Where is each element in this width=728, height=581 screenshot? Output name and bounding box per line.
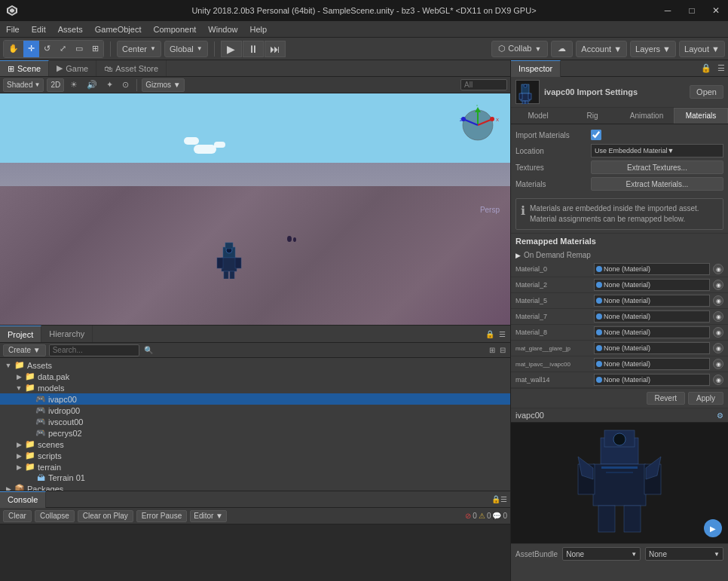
project-tab[interactable]: Project xyxy=(0,326,41,342)
material-field[interactable]: None (Material) xyxy=(594,279,710,291)
list-item[interactable]: ▼ 📁 Assets xyxy=(0,359,510,371)
inspector-tab[interactable]: Inspector xyxy=(511,60,561,77)
scene-tab[interactable]: ⊞ Scene xyxy=(0,60,49,76)
menu-assets[interactable]: Assets xyxy=(52,23,89,35)
console-lock-button[interactable]: 🔒 xyxy=(491,495,500,503)
location-dropdown[interactable]: Use Embedded Material▼ xyxy=(591,144,723,157)
list-item[interactable]: 🎮 ivapc00 xyxy=(0,393,510,405)
rig-tab[interactable]: Rig xyxy=(565,108,619,124)
project-search-input[interactable] xyxy=(49,344,139,356)
menu-window[interactable]: Window xyxy=(202,23,243,35)
project-lock-button[interactable]: 🔒 xyxy=(484,329,496,339)
list-item[interactable]: ▶ 📁 data.pak xyxy=(0,371,510,382)
fx-toggle[interactable]: ✦ xyxy=(103,78,116,92)
console-tab[interactable]: Console xyxy=(0,491,46,508)
maximize-button[interactable]: □ xyxy=(680,0,704,21)
on-demand-remap-toggle[interactable]: ▶ On Demand Remap xyxy=(511,249,728,261)
list-item[interactable]: ▶ 📦 Packages xyxy=(0,483,510,491)
scene-search-input[interactable] xyxy=(461,80,506,90)
material-pick-button[interactable]: ◉ xyxy=(713,327,723,338)
project-view-toggle-2[interactable]: ⊟ xyxy=(498,345,507,355)
lighting-toggle[interactable]: ☀ xyxy=(67,78,81,92)
material-field[interactable]: None (Material) xyxy=(594,342,710,354)
rect-tool-button[interactable]: ▭ xyxy=(71,41,87,57)
material-pick-button[interactable]: ◉ xyxy=(713,264,723,274)
open-button[interactable]: Open xyxy=(690,85,723,99)
list-item[interactable]: 🎮 ivscout00 xyxy=(0,416,510,427)
audio-toggle[interactable]: 🔊 xyxy=(84,78,100,92)
asset-bundle-dropdown[interactable]: None ▼ xyxy=(562,547,641,561)
2d-button[interactable]: 2D xyxy=(47,78,64,92)
global-dropdown[interactable]: Global ▼ xyxy=(164,41,208,57)
menu-edit[interactable]: Edit xyxy=(26,23,52,35)
material-pick-button[interactable]: ◉ xyxy=(713,359,723,369)
asset-bundle-variant-dropdown[interactable]: None ▼ xyxy=(645,547,723,561)
material-pick-button[interactable]: ◉ xyxy=(713,375,723,385)
menu-gameobject[interactable]: GameObject xyxy=(89,23,148,35)
center-dropdown[interactable]: Center ▼ xyxy=(117,41,161,57)
list-item[interactable]: 🏔 Terrain 01 xyxy=(0,472,510,483)
shaded-dropdown[interactable]: Shaded ▼ xyxy=(3,78,44,92)
create-button[interactable]: Create ▼ xyxy=(3,344,46,356)
gizmos-dropdown[interactable]: Gizmos ▼ xyxy=(142,78,185,92)
asset-store-tab[interactable]: 🛍 Asset Store xyxy=(96,60,167,76)
extract-materials-button[interactable]: Extract Materials... xyxy=(591,177,723,191)
import-materials-checkbox[interactable] xyxy=(591,130,601,140)
preview-play-button[interactable]: ▶ xyxy=(704,519,722,537)
transform-tool-button[interactable]: ⊞ xyxy=(87,41,103,57)
play-button[interactable]: ▶ xyxy=(221,41,242,57)
hand-tool-button[interactable]: ✋ xyxy=(4,41,23,57)
step-button[interactable]: ⏭ xyxy=(265,41,286,57)
material-pick-button[interactable]: ◉ xyxy=(713,343,723,353)
list-item[interactable]: ▼ 📁 models xyxy=(0,382,510,393)
material-field[interactable]: None (Material) xyxy=(594,310,710,323)
material-field[interactable]: None (Material) xyxy=(594,295,710,307)
list-item[interactable]: ▶ 📁 terrain xyxy=(0,461,510,472)
clear-button[interactable]: Clear xyxy=(3,510,32,522)
apply-button[interactable]: Apply xyxy=(688,392,723,405)
hierarchy-tab[interactable]: Hierarchy xyxy=(41,326,93,342)
minimize-button[interactable]: ─ xyxy=(656,0,680,21)
console-menu-button[interactable]: ☰ xyxy=(500,495,507,503)
cloud-button[interactable]: ☁ xyxy=(551,41,573,57)
list-item[interactable]: ▶ 📁 scenes xyxy=(0,439,510,450)
inspector-lock-button[interactable]: 🔒 xyxy=(698,62,714,75)
move-tool-button[interactable]: ✛ xyxy=(23,41,39,57)
materials-tab[interactable]: Materials xyxy=(674,108,728,124)
material-pick-button[interactable]: ◉ xyxy=(713,311,723,322)
scale-tool-button[interactable]: ⤢ xyxy=(55,41,71,57)
project-view-toggle-1[interactable]: ⊞ xyxy=(488,345,497,355)
rotate-tool-button[interactable]: ↺ xyxy=(39,41,55,57)
preview-settings-button[interactable]: ⚙ xyxy=(717,411,723,420)
account-dropdown[interactable]: Account ▼ xyxy=(576,41,627,57)
material-field[interactable]: None (Material) xyxy=(594,263,710,275)
menu-help[interactable]: Help xyxy=(243,23,273,35)
material-field[interactable]: None (Material) xyxy=(594,326,710,338)
list-item[interactable]: 🎮 pecrys02 xyxy=(0,427,510,439)
camera-toggle[interactable]: ⊙ xyxy=(119,78,132,92)
search-icon-button[interactable]: 🔍 xyxy=(142,345,154,355)
animation-tab[interactable]: Animation xyxy=(619,108,674,124)
extract-textures-button[interactable]: Extract Textures... xyxy=(591,161,723,174)
menu-file[interactable]: File xyxy=(0,23,26,35)
collab-dropdown[interactable]: ⬡ Collab ▼ xyxy=(491,41,548,57)
inspector-menu-button[interactable]: ☰ xyxy=(714,62,728,75)
close-button[interactable]: ✕ xyxy=(704,0,728,21)
project-menu-button[interactable]: ☰ xyxy=(497,329,507,339)
list-item[interactable]: ▶ 📁 scripts xyxy=(0,450,510,461)
list-item[interactable]: 🎮 ivdrop00 xyxy=(0,405,510,416)
game-tab[interactable]: ▶ Game xyxy=(49,60,96,76)
clear-on-play-button[interactable]: Clear on Play xyxy=(78,510,133,522)
material-pick-button[interactable]: ◉ xyxy=(713,280,723,290)
revert-button[interactable]: Revert xyxy=(647,392,685,405)
model-tab[interactable]: Model xyxy=(511,108,565,124)
material-field[interactable]: None (Material) xyxy=(594,374,710,386)
error-pause-button[interactable]: Error Pause xyxy=(136,510,187,522)
menu-component[interactable]: Component xyxy=(147,23,202,35)
layers-dropdown[interactable]: Layers ▼ xyxy=(630,41,676,57)
collapse-button[interactable]: Collapse xyxy=(35,510,75,522)
material-pick-button[interactable]: ◉ xyxy=(713,295,723,306)
material-field[interactable]: None (Material) xyxy=(594,358,710,370)
editor-dropdown[interactable]: Editor ▼ xyxy=(190,510,227,522)
layout-dropdown[interactable]: Layout ▼ xyxy=(679,41,725,57)
